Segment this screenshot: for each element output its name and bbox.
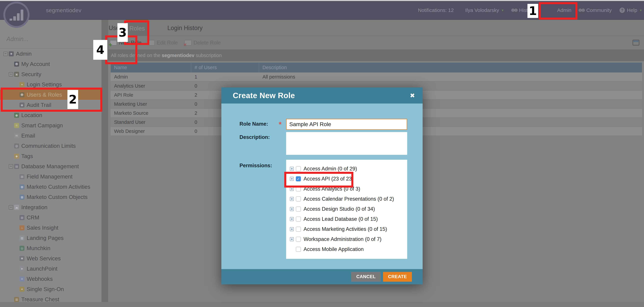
description-textarea[interactable] (286, 132, 407, 155)
custom-table-icon: ▦ (20, 184, 24, 190)
sidebar-item-integration[interactable]: −☁Integration (0, 202, 102, 212)
sidebar-item-smart-campaign[interactable]: ☼Smart Campaign (0, 120, 102, 130)
crm-icon: ▤ (20, 215, 24, 220)
collapse-icon[interactable]: − (9, 72, 13, 76)
sidebar-item-munchkin[interactable]: ◎Munchkin (0, 243, 102, 253)
globe-search-icon: ◎ (20, 246, 24, 251)
globe-icon: ● (14, 113, 19, 118)
top-nav-help[interactable]: ?Help▾ (620, 1, 642, 20)
permission-checkbox[interactable]: ✓ (296, 176, 301, 181)
create-button[interactable]: CREATE (383, 272, 412, 282)
role-name-label: Role Name: (240, 121, 268, 127)
tab-roles[interactable]: Roles (126, 20, 148, 36)
permission-access-lead-database-0-of-15[interactable]: +Access Lead Database (0 of 15) (290, 214, 407, 224)
sidebar-item-login-settings[interactable]: ✦Login Settings (0, 79, 102, 90)
sidebar-item-database-management[interactable]: −▤Database Management (0, 161, 102, 172)
person-icon: ☻ (14, 62, 19, 66)
expand-icon[interactable]: + (290, 167, 294, 171)
top-nav-notifications[interactable]: Notifications: 12 (418, 1, 454, 20)
top-nav-label: Help (627, 8, 637, 13)
role-name-cell: API Role (111, 92, 191, 98)
permission-checkbox[interactable] (296, 196, 301, 202)
sidebar-item-label: Tags (21, 153, 33, 159)
delete-role-button[interactable]: ✖Delete Role (184, 36, 221, 50)
top-nav-user[interactable]: Ilya Volodarsky▾ (465, 1, 504, 20)
sidebar-item-sales-insight[interactable]: ♨Sales Insight (0, 222, 102, 233)
permission-workspace-administration-0-of-7[interactable]: +Workspace Administration (0 of 7) (290, 234, 407, 244)
permission-checkbox[interactable] (296, 206, 301, 212)
permission-checkbox[interactable] (296, 247, 301, 252)
close-icon[interactable]: ✖ (410, 88, 415, 104)
edit-role-button[interactable]: ✎Edit Role (148, 36, 178, 50)
new-role-icon: ✚ (110, 40, 117, 46)
sidebar-item-launchpoint[interactable]: ➤LaunchPoint (0, 264, 102, 274)
top-nav-admin[interactable]: Admin (557, 1, 572, 20)
sidebar-search-input[interactable] (0, 36, 90, 48)
role-name-input[interactable] (286, 119, 407, 130)
sidebar-item-field-management[interactable]: ▤Field Management (0, 172, 102, 182)
permission-access-admin-0-of-29[interactable]: +Access Admin (0 of 29) (290, 164, 407, 174)
sidebar-item-my-account[interactable]: ☻My Account (0, 59, 102, 69)
new-role-button[interactable]: ✚New Role (110, 36, 142, 50)
sidebar-item-security[interactable]: −▣Security (0, 69, 102, 79)
permission-access-calendar-presentations-0-of-2[interactable]: +Access Calendar Presentations (0 of 2) (290, 194, 407, 204)
sidebar-item-users-roles[interactable]: ☻Users & Roles (0, 90, 102, 100)
sidebar-item-audit-trail[interactable]: ◉Audit Trail (0, 100, 102, 110)
sidebar-item-label: Web Services (27, 255, 61, 262)
sidebar-item-marketo-custom-activities[interactable]: ▦Marketo Custom Activities (0, 182, 102, 192)
permission-access-analytics-0-of-3[interactable]: +Access Analytics (0 of 3) (290, 184, 407, 194)
collapse-icon[interactable]: − (9, 164, 13, 168)
permission-label: Access Design Studio (0 of 34) (304, 206, 375, 212)
column-header-description[interactable]: Description (259, 62, 642, 72)
sidebar-item-communication-limits[interactable]: @Communication Limits (0, 141, 102, 151)
top-nav-history[interactable]: ☻☻History (511, 1, 535, 20)
sidebar-item-label: Security (21, 71, 41, 78)
sidebar-splitter[interactable] (102, 20, 108, 307)
permission-access-api-23-of-23[interactable]: +✓Access API (23 of 23) (290, 174, 407, 184)
marketo-logo[interactable] (3, 2, 30, 28)
cancel-button[interactable]: CANCEL (351, 272, 381, 282)
column-header-name[interactable]: Name (111, 62, 191, 72)
permission-checkbox[interactable] (296, 237, 301, 242)
info-text-suffix: subscription (194, 53, 222, 58)
sidebar-item-label: Integration (21, 204, 48, 210)
sidebar-item-marketo-custom-objects[interactable]: ▦Marketo Custom Objects (0, 192, 102, 202)
sidebar-item-label: Communication Limits (21, 143, 76, 149)
permission-label: Access Mobile Application (304, 246, 364, 252)
sidebar-item-location[interactable]: ●Location (0, 110, 102, 120)
top-nav-community[interactable]: ☻☻Community (578, 1, 612, 20)
panel-window-icon[interactable] (632, 40, 639, 46)
permission-checkbox[interactable] (296, 186, 301, 192)
sidebar-item-crm[interactable]: ▤CRM (0, 212, 102, 222)
keys-icon: ✦ (20, 82, 24, 87)
tab-users[interactable]: Users (109, 20, 124, 36)
sidebar-item-tags[interactable]: ◆Tags (0, 151, 102, 161)
expand-icon[interactable]: + (290, 217, 294, 221)
expand-icon[interactable]: + (290, 187, 294, 191)
expand-icon[interactable]: + (290, 207, 294, 211)
sidebar-item-webhooks[interactable]: ✛Webhooks (0, 274, 102, 284)
sidebar-item-landing-pages[interactable]: ▥Landing Pages (0, 233, 102, 243)
permission-access-marketing-activities-0-of-15[interactable]: +Access Marketing Activities (0 of 15) (290, 224, 407, 234)
description-label: Description: (240, 134, 270, 140)
tab-login-history[interactable]: Login History (162, 20, 208, 36)
expand-icon[interactable]: + (290, 237, 294, 241)
table-row-admin[interactable]: Admin1All permissions (111, 72, 642, 82)
collapse-icon[interactable]: − (9, 205, 13, 210)
permission-checkbox[interactable] (296, 216, 301, 222)
permission-checkbox[interactable] (296, 166, 301, 171)
page-icon: ▥ (20, 236, 24, 240)
sidebar-item-web-services[interactable]: ✱Web Services (0, 253, 102, 264)
sidebar-item-single-sign-on[interactable]: ✦Single Sign-On (0, 284, 102, 294)
expand-icon[interactable]: + (290, 177, 294, 181)
subscription-name: segmentiodev (46, 1, 81, 20)
column-header-of-users[interactable]: # of Users (191, 62, 259, 72)
collapse-icon[interactable]: − (3, 52, 8, 56)
expand-icon[interactable]: + (290, 197, 294, 201)
sidebar-item-email[interactable]: ✉Email (0, 130, 102, 141)
expand-icon[interactable]: + (290, 227, 294, 231)
permission-checkbox[interactable] (296, 227, 301, 232)
permission-access-design-studio-0-of-34[interactable]: +Access Design Studio (0 of 34) (290, 204, 407, 214)
sidebar-item-admin[interactable]: −✱Admin (0, 49, 102, 59)
permission-access-mobile-application[interactable]: Access Mobile Application (290, 244, 407, 254)
